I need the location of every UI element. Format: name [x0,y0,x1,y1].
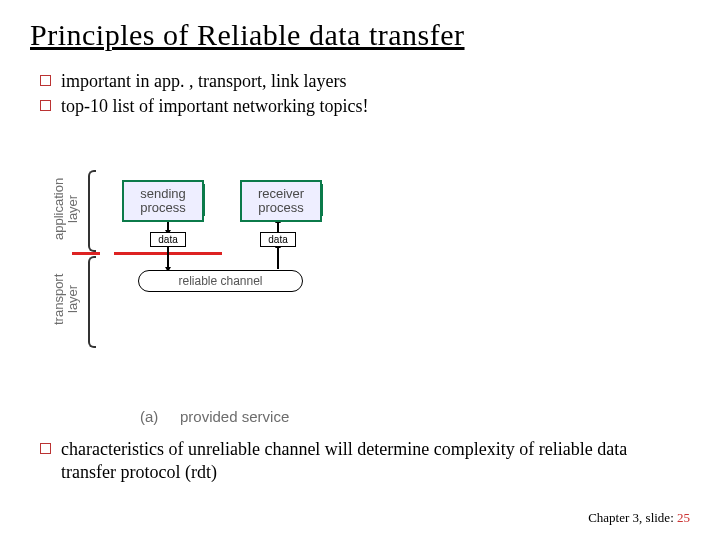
caption-a: (a) [140,408,158,425]
arrow-line [277,222,279,232]
reliable-channel-box: reliable channel [138,270,303,292]
data-box: data [260,232,296,247]
bullet-text: characteristics of unreliable channel wi… [61,438,660,483]
bullet-item: characteristics of unreliable channel wi… [40,438,660,483]
transport-layer-label: transportlayer [52,264,79,334]
bullet-item: top-10 list of important networking topi… [40,95,720,118]
red-divider [72,252,100,255]
brace-icon [88,170,96,252]
data-box: data [150,232,186,247]
sending-process-box: sendingprocess [122,180,204,222]
bullet-text: top-10 list of important networking topi… [61,95,368,118]
arrow-line [277,247,279,269]
caption-label: provided service [180,408,289,425]
square-bullet-icon [40,100,51,111]
bottom-bullets: characteristics of unreliable channel wi… [40,438,660,485]
top-bullets: important in app. , transport, link laye… [0,52,720,119]
arrow-line [167,247,169,269]
diagram: applicationlayer transportlayer sendingp… [60,170,390,430]
footer-page: 25 [677,510,690,525]
square-bullet-icon [40,75,51,86]
brace-icon [88,256,96,348]
app-layer-label: applicationlayer [52,174,79,244]
slide-title: Principles of Reliable data transfer [0,0,720,52]
footer: Chapter 3, slide: 25 [588,510,690,526]
bullet-text: important in app. , transport, link laye… [61,70,346,93]
bullet-item: important in app. , transport, link laye… [40,70,720,93]
receiver-process-box: receiverprocess [240,180,322,222]
footer-chapter: Chapter 3, slide: [588,510,674,525]
square-bullet-icon [40,443,51,454]
